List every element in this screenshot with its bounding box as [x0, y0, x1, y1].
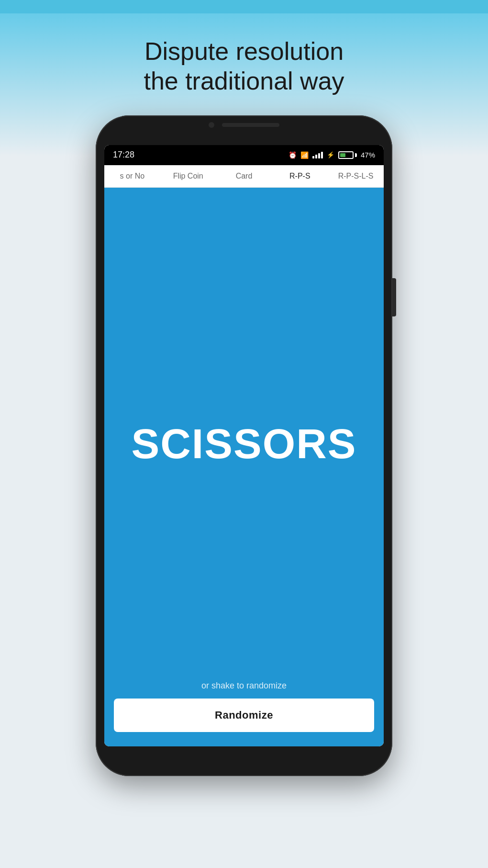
status-right: ⏰ 📶 ⚡ 47%: [288, 151, 375, 159]
tab-rps[interactable]: R-P-S: [272, 165, 328, 187]
camera-icon: [209, 122, 214, 128]
phone-mockup: 17:28 ⏰ 📶 ⚡: [96, 115, 392, 776]
result-display: SCISSORS: [132, 419, 357, 468]
status-time: 17:28: [113, 150, 134, 160]
alarm-icon: ⏰: [288, 151, 297, 159]
phone-screen: 17:28 ⏰ 📶 ⚡: [104, 145, 384, 746]
signal-icon: [312, 152, 323, 158]
tab-bar: s or No Flip Coin Card R-P-S R-P-S-L-S: [104, 165, 384, 188]
tab-card[interactable]: Card: [216, 165, 272, 187]
power-button: [392, 278, 396, 316]
randomize-button[interactable]: Randomize: [114, 699, 374, 732]
main-content: SCISSORS or shake to randomize Randomize: [104, 188, 384, 746]
status-bar: 17:28 ⏰ 📶 ⚡: [104, 145, 384, 165]
charging-icon: ⚡: [327, 151, 334, 158]
result-area: SCISSORS: [132, 207, 357, 681]
headline: Dispute resolution the traditional way: [144, 36, 344, 96]
tab-flip-coin[interactable]: Flip Coin: [160, 165, 216, 187]
wifi-icon: 📶: [300, 151, 309, 159]
shake-hint: or shake to randomize: [201, 681, 287, 691]
headline-text: Dispute resolution the traditional way: [144, 36, 344, 96]
battery-percent: 47%: [361, 151, 375, 159]
top-bar: [0, 0, 488, 13]
tab-yes-no[interactable]: s or No: [104, 165, 160, 187]
phone-notch: [96, 122, 392, 128]
battery-indicator: [338, 151, 357, 159]
tab-rpsls[interactable]: R-P-S-L-S: [328, 165, 384, 187]
speaker: [222, 123, 279, 127]
